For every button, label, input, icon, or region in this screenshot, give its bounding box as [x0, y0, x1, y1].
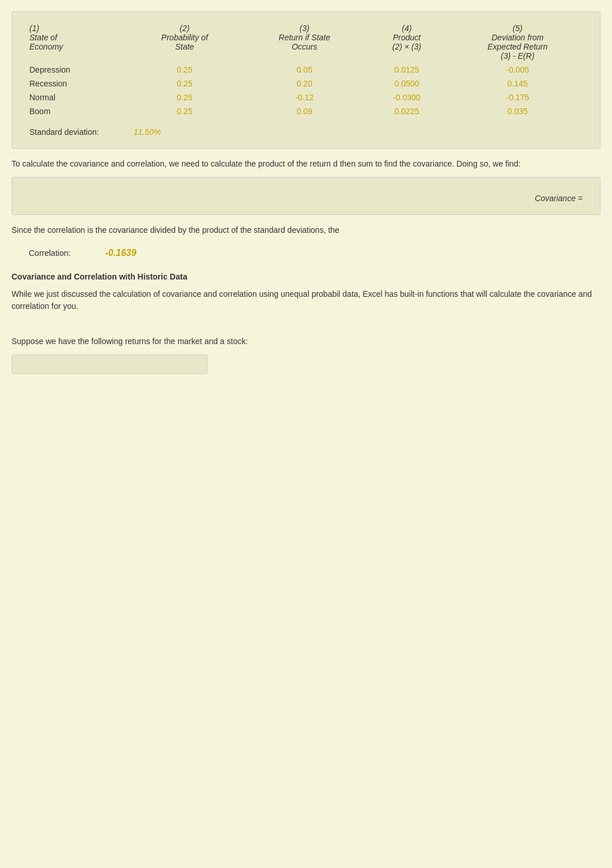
table1-cell: 0.25: [127, 90, 243, 104]
table1-col3-header: (3) Return if State Occurs: [242, 21, 367, 63]
table1-cell: 0.145: [447, 77, 588, 90]
table1-cell: Boom: [24, 104, 127, 118]
table2-container: Covariance =: [12, 177, 600, 215]
table2-col1-header: [24, 187, 85, 191]
table1-cell: -0.12: [242, 90, 367, 104]
table1-cell: 0.0225: [367, 104, 447, 118]
table1-cell: 0.0500: [367, 77, 447, 90]
table1-cell: -0.005: [447, 63, 588, 77]
table1-cell: 0.035: [447, 104, 588, 118]
table1-col4-header: (4) Product (2) × (3): [367, 21, 447, 63]
table3-wrapper: [12, 354, 600, 385]
table1-container: (1) State of Economy (2) Probability of …: [12, 12, 600, 149]
paragraph2: Since the correlation is the covariance …: [12, 224, 600, 236]
paragraph4: Suppose we have the following returns fo…: [12, 335, 600, 348]
table1-cell: 0.20: [242, 77, 367, 90]
table1-cell: 0.0125: [367, 63, 447, 77]
table1-cell: -0.175: [447, 90, 588, 104]
table1-col2-header: (2) Probability of State: [127, 21, 243, 63]
table1-cell: 0.25: [127, 104, 243, 118]
table2-col4-header: [209, 187, 270, 191]
table3-container: [12, 354, 207, 374]
correlation-value: -0.1639: [105, 248, 136, 258]
table2-col3-header: [147, 187, 209, 191]
table1-col5-header: (5) Deviation from Expected Return (3) -…: [447, 21, 588, 63]
paragraph3: While we just discussed the calculation …: [12, 288, 600, 312]
table1-cell: 0.09: [242, 104, 367, 118]
table2-col2-header: [85, 187, 147, 191]
table1-cell: Normal: [24, 90, 127, 104]
table1-cell: 0.05: [242, 63, 367, 77]
correlation-label: Correlation:: [29, 248, 70, 258]
table1-cell: -0.0300: [367, 90, 447, 104]
table1-cell: Recession: [24, 77, 127, 90]
std-dev-value: 11.50%: [134, 127, 161, 137]
correlation-block: Correlation: -0.1639: [12, 243, 600, 263]
covariance-label: Covariance =: [271, 191, 588, 205]
table1-col1-header: (1) State of Economy: [24, 21, 127, 63]
std-dev-row: Standard deviation: 11.50%: [24, 125, 588, 139]
table1: (1) State of Economy (2) Probability of …: [24, 21, 588, 118]
table2-col5-header: [271, 187, 588, 191]
table2: Covariance =: [24, 187, 588, 205]
table1-cell: 0.25: [127, 63, 243, 77]
paragraph1: To calculate the covariance and correlat…: [12, 158, 600, 170]
table1-cell: Depression: [24, 63, 127, 77]
table1-cell: 0.25: [127, 77, 243, 90]
std-dev-label: Standard deviation:: [29, 127, 99, 137]
section-heading: Covariance and Correlation with Historic…: [12, 272, 600, 281]
